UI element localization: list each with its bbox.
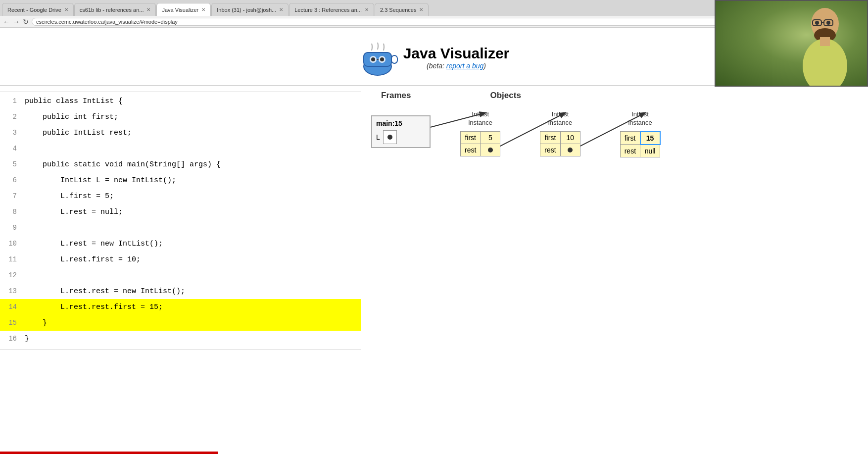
code-line-1: 1public class IntList { — [0, 93, 361, 109]
code-lines: 1public class IntList {2 public int firs… — [0, 93, 361, 347]
tab-cs61b[interactable]: cs61b lib - references an... ✕ — [74, 3, 156, 16]
frame-var-cell — [383, 130, 397, 144]
line-number-6: 6 — [0, 176, 25, 184]
line-text-6: IntList L = new IntList(); — [25, 176, 176, 185]
line-number-14: 14 — [0, 303, 25, 311]
line-text-1: public class IntList { — [25, 97, 123, 105]
line-text-2: public int first; — [25, 113, 118, 121]
code-line-6: 6 IntList L = new IntList(); — [0, 172, 361, 188]
code-line-8: 8 L.rest = null; — [0, 204, 361, 220]
instance-table-0: first5rest — [460, 131, 500, 156]
instance-row-0-1: rest — [461, 144, 500, 156]
line-number-2: 2 — [0, 113, 25, 121]
field-name-0-0: first — [461, 131, 481, 144]
intlist-instances: IntListinstancefirst5restIntListinstance… — [460, 110, 661, 157]
field-name-2-0: first — [620, 132, 640, 145]
line-text-3: public IntList rest; — [25, 129, 132, 137]
field-val-2-1: null — [640, 145, 660, 157]
field-val-0-1 — [481, 144, 500, 156]
webcam — [715, 0, 868, 87]
report-bug-link[interactable]: report a bug — [446, 62, 484, 70]
svg-rect-11 — [391, 55, 397, 63]
code-line-7: 7 L.first = 5; — [0, 188, 361, 204]
field-val-1-0: 10 — [560, 131, 580, 144]
logo-icon — [359, 38, 398, 77]
line-text-14: L.rest.rest.first = 15; — [25, 303, 163, 311]
progress-bar — [0, 452, 218, 454]
svg-point-6 — [826, 21, 830, 25]
app-title: Java Visualizer — [403, 45, 510, 62]
tab-lec3-label: Lecture 3 : References an... — [294, 7, 362, 13]
tab-lec3-close[interactable]: ✕ — [365, 7, 369, 12]
tab-gdrive-label: Recent - Google Drive — [7, 7, 61, 13]
tab-jv-close[interactable]: ✕ — [201, 7, 205, 12]
frame-title: main:15 — [376, 119, 426, 127]
reload-button[interactable]: ↻ — [23, 18, 29, 26]
instance-row-0-0: first5 — [461, 131, 500, 144]
field-val-0-0: 5 — [481, 131, 500, 144]
beta-label: (beta: — [427, 62, 446, 70]
frame-var-row: L — [376, 130, 426, 144]
line-text-15: } — [25, 319, 47, 327]
line-number-5: 5 — [0, 160, 25, 168]
intlist-instance-1: IntListinstancefirst10rest — [540, 110, 580, 157]
line-number-12: 12 — [0, 271, 25, 279]
webcam-inner — [716, 1, 867, 86]
line-text-7: L.first = 5; — [25, 192, 114, 201]
line-number-7: 7 — [0, 192, 25, 200]
code-panel: 1public class IntList {2 public int firs… — [0, 86, 361, 454]
tab-lec3[interactable]: Lecture 3 : References an... ✕ — [289, 3, 374, 16]
line-text-5: public static void main(String[] args) { — [25, 160, 221, 169]
field-val-1-1 — [560, 144, 580, 156]
instance-row-2-1: restnull — [620, 145, 660, 157]
tab-jv[interactable]: Java Visualizer ✕ — [156, 3, 211, 16]
frame-box: main:15 L — [371, 115, 431, 148]
code-line-2: 2 public int first; — [0, 109, 361, 125]
tab-inbox-label: Inbox (31) - josh@josh... — [217, 7, 276, 13]
tab-gdrive[interactable]: Recent - Google Drive ✕ — [2, 3, 74, 16]
line-number-1: 1 — [0, 97, 25, 105]
app-subtitle: (beta: report a bug) — [403, 62, 510, 70]
line-text-10: L.rest = new IntList(); — [25, 240, 163, 248]
line-number-16: 16 — [0, 335, 25, 343]
logo-text: Java Visualizer (beta: report a bug) — [403, 45, 510, 70]
tab-jv-label: Java Visualizer — [162, 7, 198, 13]
objects-label: Objects — [490, 91, 521, 101]
instance-table-1: first10rest — [540, 131, 580, 156]
line-number-9: 9 — [0, 224, 25, 232]
tab-seq[interactable]: 2.3 Sequences ✕ — [375, 3, 429, 16]
back-button[interactable]: ← — [3, 18, 10, 26]
tab-inbox[interactable]: Inbox (31) - josh@josh... ✕ — [211, 3, 289, 16]
field-val-2-0: 15 — [640, 132, 660, 145]
forward-button[interactable]: → — [13, 18, 20, 26]
line-number-4: 4 — [0, 145, 25, 152]
instance-table-2: first15restnull — [620, 131, 661, 157]
tab-inbox-close[interactable]: ✕ — [279, 7, 283, 12]
instance-label-1: IntListinstance — [548, 110, 572, 127]
line-text-13: L.rest.rest = new IntList(); — [25, 287, 185, 296]
instance-row-1-1: rest — [540, 144, 580, 156]
tab-cs61b-close[interactable]: ✕ — [146, 7, 150, 12]
pointer-dot-0-1 — [488, 148, 493, 152]
svg-point-16 — [380, 57, 384, 61]
main-container: 1public class IntList {2 public int firs… — [0, 86, 868, 454]
code-line-10: 10 L.rest = new IntList(); — [0, 236, 361, 252]
code-line-3: 3 public IntList rest; — [0, 125, 361, 141]
code-line-12: 12 — [0, 267, 361, 283]
code-line-14: 14 L.rest.rest.first = 15; — [0, 299, 361, 315]
tab-gdrive-close[interactable]: ✕ — [64, 7, 68, 12]
line-number-13: 13 — [0, 287, 25, 295]
tab-seq-close[interactable]: ✕ — [419, 7, 423, 12]
field-name-1-0: first — [540, 131, 560, 144]
line-number-10: 10 — [0, 240, 25, 248]
pointer-dot-1-1 — [568, 148, 573, 152]
tab-seq-label: 2.3 Sequences — [380, 7, 416, 13]
line-number-3: 3 — [0, 129, 25, 137]
code-line-16: 16} — [0, 331, 361, 347]
line-text-11: L.rest.first = 10; — [25, 255, 141, 264]
field-name-1-1: rest — [540, 144, 560, 156]
frame-pointer-dot — [387, 135, 392, 140]
line-number-11: 11 — [0, 255, 25, 263]
line-text-8: L.rest = null; — [25, 208, 123, 216]
person-silhouette — [793, 6, 857, 86]
